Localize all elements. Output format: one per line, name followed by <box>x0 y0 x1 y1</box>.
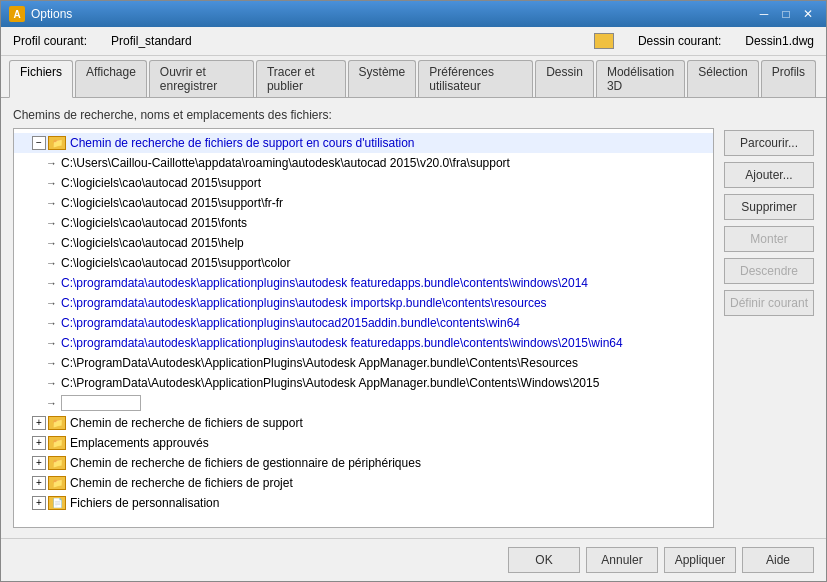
tab-profils[interactable]: Profils <box>761 60 816 97</box>
folder-icon-root: 📁 <box>48 136 66 150</box>
arrow-icon: → <box>46 354 57 372</box>
title-bar: A Options ─ □ ✕ <box>1 1 826 27</box>
drawing-label: Dessin courant: <box>638 34 721 48</box>
tree-expand-4[interactable]: + <box>32 456 46 470</box>
drawing-value: Dessin1.dwg <box>745 34 814 48</box>
tree-expand-5[interactable]: + <box>32 476 46 490</box>
window-title: Options <box>31 7 72 21</box>
path-label: C:\logiciels\cao\autocad 2015\help <box>61 234 244 252</box>
path-input[interactable] <box>61 395 141 411</box>
parcourir-button[interactable]: Parcourir... <box>724 130 814 156</box>
folder-icon-5: 📁 <box>48 476 66 490</box>
tab-tracer-publier[interactable]: Tracer et publier <box>256 60 346 97</box>
tree-root-2[interactable]: + 📁 Chemin de recherche de fichiers de s… <box>14 413 713 433</box>
tree-container[interactable]: − 📁 Chemin de recherche de fichiers de s… <box>13 128 714 528</box>
tab-preferences[interactable]: Préférences utilisateur <box>418 60 533 97</box>
tree-root-6[interactable]: + 📄 Fichiers de personnalisation <box>14 493 713 513</box>
path-label: C:\ProgramData\Autodesk\ApplicationPlugi… <box>61 354 578 372</box>
appliquer-button[interactable]: Appliquer <box>664 547 736 573</box>
tree-item: → C:\programdata\autodesk\applicationplu… <box>14 313 713 333</box>
tree-item: → C:\Users\Caillou-Caillotte\appdata\roa… <box>14 153 713 173</box>
tabs-bar: Fichiers Affichage Ouvrir et enregistrer… <box>1 56 826 98</box>
folder-icon-4: 📁 <box>48 456 66 470</box>
tree-item: → C:\programdata\autodesk\applicationplu… <box>14 293 713 313</box>
folder-icon-3: 📁 <box>48 436 66 450</box>
tab-dessin[interactable]: Dessin <box>535 60 594 97</box>
maximize-button[interactable]: □ <box>776 5 796 23</box>
profile-value: Profil_standard <box>111 34 192 48</box>
title-bar-controls: ─ □ ✕ <box>754 5 818 23</box>
tree-expand-3[interactable]: + <box>32 436 46 450</box>
definir-courant-button[interactable]: Définir courant <box>724 290 814 316</box>
supprimer-button[interactable]: Supprimer <box>724 194 814 220</box>
tree-item: → C:\logiciels\cao\autocad 2015\support <box>14 173 713 193</box>
tree-expand-root[interactable]: − <box>32 136 46 150</box>
tree-item-input: → <box>14 393 713 413</box>
arrow-icon: → <box>46 314 57 332</box>
arrow-icon: → <box>46 374 57 392</box>
panel-label: Chemins de recherche, noms et emplacemen… <box>13 108 714 122</box>
tree-root-5[interactable]: + 📁 Chemin de recherche de fichiers de p… <box>14 473 713 493</box>
tree-root-label-4: Chemin de recherche de fichiers de gesti… <box>70 454 421 472</box>
arrow-icon: → <box>46 174 57 192</box>
tab-ouvrir-enregistrer[interactable]: Ouvrir et enregistrer <box>149 60 254 97</box>
folder-icon-2: 📁 <box>48 416 66 430</box>
tab-fichiers[interactable]: Fichiers <box>9 60 73 98</box>
profile-label: Profil courant: <box>13 34 87 48</box>
path-label: C:\logiciels\cao\autocad 2015\support <box>61 174 261 192</box>
arrow-icon: → <box>46 194 57 212</box>
arrow-icon: → <box>46 254 57 272</box>
tab-systeme[interactable]: Système <box>348 60 417 97</box>
minimize-button[interactable]: ─ <box>754 5 774 23</box>
arrow-icon: → <box>46 334 57 352</box>
tree-expand-2[interactable]: + <box>32 416 46 430</box>
tree-item: → C:\logiciels\cao\autocad 2015\support\… <box>14 193 713 213</box>
folder-icon-6: 📄 <box>48 496 66 510</box>
tree-root-label-2: Chemin de recherche de fichiers de suppo… <box>70 414 303 432</box>
tab-selection[interactable]: Sélection <box>687 60 758 97</box>
arrow-icon: → <box>46 294 57 312</box>
close-button[interactable]: ✕ <box>798 5 818 23</box>
arrow-icon: → <box>46 154 57 172</box>
app-icon: A <box>9 6 25 22</box>
tree-root-label-6: Fichiers de personnalisation <box>70 494 219 512</box>
tree-expand-6[interactable]: + <box>32 496 46 510</box>
path-label: C:\Users\Caillou-Caillotte\appdata\roami… <box>61 154 510 172</box>
path-label: C:\logiciels\cao\autocad 2015\support\fr… <box>61 194 283 212</box>
tree-item: → C:\logiciels\cao\autocad 2015\help <box>14 233 713 253</box>
aide-button[interactable]: Aide <box>742 547 814 573</box>
path-label: C:\programdata\autodesk\applicationplugi… <box>61 314 520 332</box>
path-label: C:\programdata\autodesk\applicationplugi… <box>61 294 547 312</box>
tree-item: → C:\logiciels\cao\autocad 2015\fonts <box>14 213 713 233</box>
arrow-icon: → <box>46 214 57 232</box>
tree-root-label: Chemin de recherche de fichiers de suppo… <box>70 134 414 152</box>
footer-bar: OK Annuler Appliquer Aide <box>1 538 826 581</box>
tree-root-4[interactable]: + 📁 Chemin de recherche de fichiers de g… <box>14 453 713 473</box>
tree-item: → C:\ProgramData\Autodesk\ApplicationPlu… <box>14 353 713 373</box>
path-label: C:\ProgramData\Autodesk\ApplicationPlugi… <box>61 374 599 392</box>
annuler-button[interactable]: Annuler <box>586 547 658 573</box>
tree-item: → C:\logiciels\cao\autocad 2015\support\… <box>14 253 713 273</box>
monter-button[interactable]: Monter <box>724 226 814 252</box>
tree-item: → C:\ProgramData\Autodesk\ApplicationPlu… <box>14 373 713 393</box>
path-label: C:\logiciels\cao\autocad 2015\fonts <box>61 214 247 232</box>
drawing-icon <box>594 33 614 49</box>
arrow-icon: → <box>46 234 57 252</box>
tab-affichage[interactable]: Affichage <box>75 60 147 97</box>
tree-root-3[interactable]: + 📁 Emplacements approuvés <box>14 433 713 453</box>
title-bar-left: A Options <box>9 6 72 22</box>
tab-modelisation[interactable]: Modélisation 3D <box>596 60 685 97</box>
arrow-icon: → <box>46 274 57 292</box>
tree-root-label-5: Chemin de recherche de fichiers de proje… <box>70 474 293 492</box>
ok-button[interactable]: OK <box>508 547 580 573</box>
path-label: C:\programdata\autodesk\applicationplugi… <box>61 334 623 352</box>
arrow-icon: → <box>46 394 57 412</box>
path-label: C:\logiciels\cao\autocad 2015\support\co… <box>61 254 290 272</box>
options-window: A Options ─ □ ✕ Profil courant: Profil_s… <box>0 0 827 582</box>
tree-root-label-3: Emplacements approuvés <box>70 434 209 452</box>
descendre-button[interactable]: Descendre <box>724 258 814 284</box>
main-panel: Chemins de recherche, noms et emplacemen… <box>13 108 714 528</box>
profile-bar: Profil courant: Profil_standard Dessin c… <box>1 27 826 56</box>
tree-root[interactable]: − 📁 Chemin de recherche de fichiers de s… <box>14 133 713 153</box>
ajouter-button[interactable]: Ajouter... <box>724 162 814 188</box>
